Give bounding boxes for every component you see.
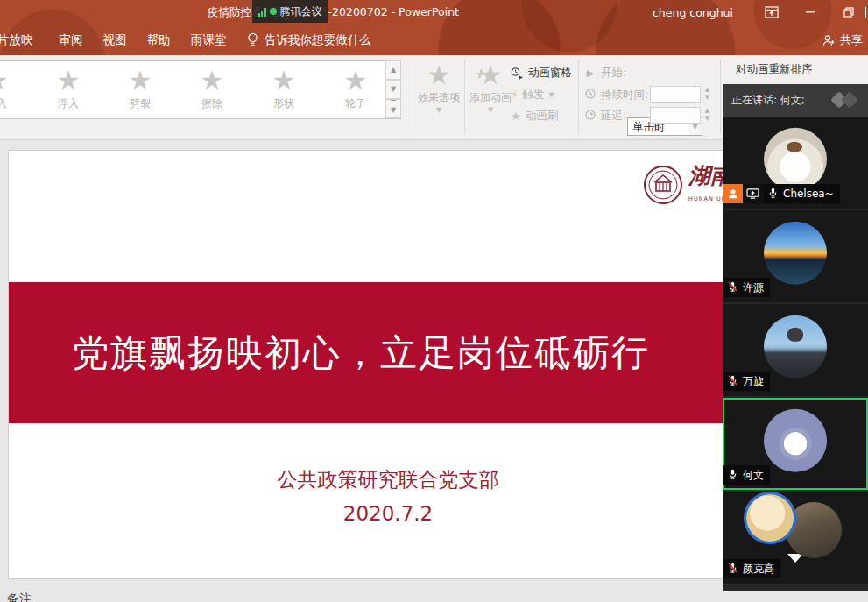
animation-pane-label: 动画窗格 xyxy=(528,66,572,81)
effect-shape[interactable]: ★ 形状 xyxy=(248,61,320,118)
star-brush-icon: ★ xyxy=(511,110,521,123)
clock-icon xyxy=(583,110,597,123)
share-button[interactable]: 共享 xyxy=(822,25,866,55)
participant-namebar: Chelsea~ xyxy=(723,184,840,203)
start-row: ▶ 开始: xyxy=(583,63,626,82)
star-icon: ★ xyxy=(248,67,320,95)
share-label: 共享 xyxy=(840,32,863,48)
university-logo: 湖南 HUNAN UNI xyxy=(643,165,732,205)
effect-label: 劈裂 xyxy=(104,96,176,111)
effect-options-button[interactable]: ★ 效果选项 ▼ xyxy=(415,60,462,114)
delay-spinner[interactable]: ▲▼ xyxy=(702,107,713,124)
notes-button-partial[interactable]: 备注 xyxy=(7,591,32,602)
animation-painter-button[interactable]: ★ 动画刷 xyxy=(511,106,558,125)
start-label: 开始: xyxy=(601,66,626,81)
speaking-header: 正在讲话: 何文; xyxy=(723,84,868,117)
ribbon-display-options-icon xyxy=(765,6,779,18)
group-divider xyxy=(413,60,413,134)
participant-tile[interactable]: Chelsea~ xyxy=(723,117,868,209)
participant-name: Chelsea~ xyxy=(783,188,834,200)
account-name[interactable]: cheng conghui xyxy=(653,6,733,19)
lightning-icon: ⚡ xyxy=(511,89,518,101)
minimize-icon xyxy=(806,11,815,13)
title-and-tabs-header: 疫情防控看中国制度优势-20200702 - PowerPoint 腾讯会议 c… xyxy=(0,0,868,55)
ribbon-tabs: 片放映 审阅 视图 帮助 雨课堂 告诉我你想要做什么 共享 xyxy=(0,25,868,55)
clock-icon xyxy=(583,89,597,102)
animation-pane-button[interactable]: 动画窗格 xyxy=(511,63,572,82)
effect-split[interactable]: ★ 劈裂 xyxy=(104,61,176,118)
effect-float-in[interactable]: ★ 浮入 xyxy=(32,61,104,118)
effect-label: 形状 xyxy=(248,96,320,111)
tab-slideshow[interactable]: 片放映 xyxy=(0,25,42,55)
document-title: 疫情防控看中国制度优势-20200702 - PowerPoint xyxy=(0,0,667,25)
star-icon: ★ xyxy=(176,67,248,95)
slide-title: 党旗飘扬映初心，立足岗位砥砺行 xyxy=(9,329,650,378)
chevron-down-icon: ▼ xyxy=(548,91,554,99)
signal-strength-icon xyxy=(258,7,266,17)
duration-field[interactable] xyxy=(650,86,701,103)
lightbulb-icon xyxy=(247,32,258,47)
chevron-down-icon: ▼ xyxy=(415,106,462,114)
effect-label: 飞入 xyxy=(0,96,32,111)
animation-pane-icon xyxy=(511,67,524,80)
animation-effects-gallery: ★ 飞入 ★ 浮入 ★ 劈裂 ★ 擦除 ★ 形状 ★ 轮子 xyxy=(0,60,401,119)
reorder-animation-label: 对动画重新排序 xyxy=(736,62,813,77)
add-animation-button[interactable]: +★ 添加动画 ▼ xyxy=(467,60,514,114)
meeting-chip-label: 腾讯会议 xyxy=(280,4,322,19)
add-animation-label: 添加动画 xyxy=(469,91,512,103)
minimize-button[interactable] xyxy=(791,0,829,25)
powerpoint-window: 疫情防控看中国制度优势-20200702 - PowerPoint 腾讯会议 c… xyxy=(0,0,868,602)
effect-label: 浮入 xyxy=(32,96,104,111)
participant-tile[interactable]: 许源 xyxy=(723,210,868,302)
tab-review[interactable]: 审阅 xyxy=(53,25,89,55)
screen-sharing-icon xyxy=(743,184,763,203)
effect-wipe[interactable]: ★ 擦除 xyxy=(176,61,248,118)
share-person-icon xyxy=(822,34,836,46)
microphone-icon xyxy=(727,374,738,389)
gallery-scroll: ▲ ▼ ▼ xyxy=(385,60,401,119)
participant-tile[interactable]: 何文 xyxy=(723,398,868,490)
tencent-meeting-panel: 正在讲话: 何文; Chelsea~ xyxy=(723,84,868,591)
participant-tiles: Chelsea~ 许源 万旋 xyxy=(723,117,868,585)
participant-name: 许源 xyxy=(743,280,764,295)
gallery-scroll-down-button[interactable]: ▼ xyxy=(385,80,401,99)
tencent-meeting-chip[interactable]: 腾讯会议 xyxy=(252,0,328,23)
tell-me-box[interactable]: 告诉我你想要做什么 xyxy=(247,25,371,55)
plus-icon: + xyxy=(474,59,485,89)
add-animation-star-icon: +★ xyxy=(467,60,514,90)
trigger-button[interactable]: ⚡ 触发 ▼ xyxy=(511,85,554,104)
duration-label: 持续时间: xyxy=(601,88,648,103)
participant-namebar: 万旋 xyxy=(723,372,770,391)
effect-fly-in[interactable]: ★ 飞入 xyxy=(0,61,32,118)
star-icon: ★ xyxy=(320,67,392,95)
titlebar: 疫情防控看中国制度优势-20200702 - PowerPoint 腾讯会议 c… xyxy=(0,0,868,25)
trigger-label: 触发 xyxy=(522,88,544,103)
animation-painter-label: 动画刷 xyxy=(526,109,559,124)
ribbon-display-options-button[interactable] xyxy=(752,0,791,25)
presenter-icon xyxy=(723,184,743,203)
duration-row: 持续时间: xyxy=(583,85,648,104)
tab-view[interactable]: 视图 xyxy=(96,25,133,55)
participant-namebar: 何文 xyxy=(723,465,770,485)
participant-tile[interactable]: 颜克高 xyxy=(723,492,868,584)
participant-tile[interactable]: 万旋 xyxy=(723,304,868,396)
effect-options-label: 效果选项 xyxy=(418,91,460,103)
microphone-icon xyxy=(767,187,779,202)
effect-wheel[interactable]: ★ 轮子 xyxy=(320,61,392,118)
avatar-photo-secondary xyxy=(786,502,842,558)
gallery-scroll-up-button[interactable]: ▲ xyxy=(385,60,401,80)
slide-subtitle: 公共政策研究联合党支部 xyxy=(9,466,767,493)
duration-spinner[interactable]: ▲▼ xyxy=(702,86,713,103)
avatar-cartoon-horse xyxy=(764,127,827,190)
restore-button[interactable] xyxy=(829,0,868,25)
group-divider xyxy=(464,60,465,134)
star-icon: ★ xyxy=(32,67,104,95)
university-seal-icon xyxy=(643,165,683,205)
delay-field[interactable] xyxy=(650,107,701,124)
tencent-meeting-logo-icon xyxy=(831,92,861,108)
delay-label: 延迟: xyxy=(601,109,626,124)
tab-help[interactable]: 帮助 xyxy=(140,25,177,55)
gallery-more-button[interactable]: ▼ xyxy=(385,99,401,118)
speaking-label: 正在讲话: 何文; xyxy=(723,93,805,108)
tab-rain-classroom[interactable]: 雨课堂 xyxy=(184,25,233,55)
